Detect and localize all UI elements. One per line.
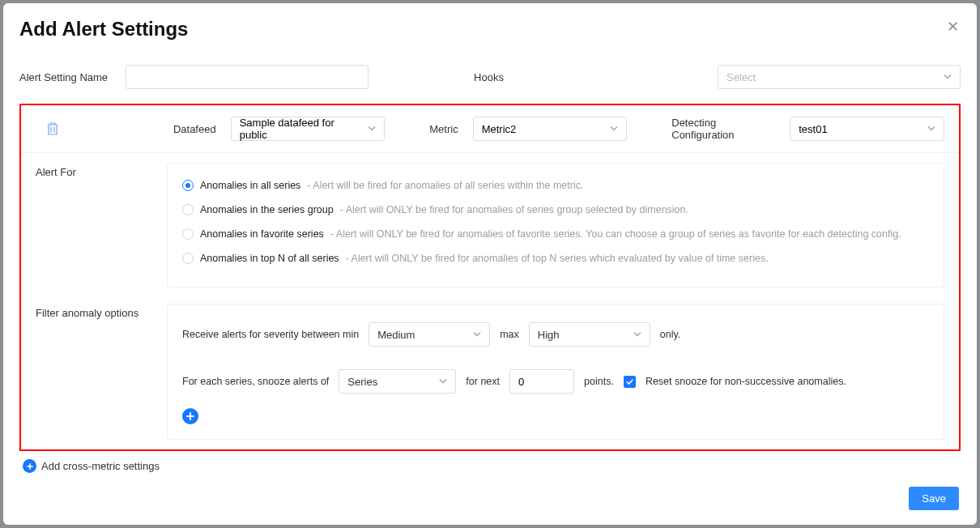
chevron-down-icon [368, 123, 376, 135]
chevron-down-icon [927, 123, 935, 135]
alert-for-label: Alert For [36, 163, 167, 287]
detect-config-select[interactable]: test01 [790, 117, 944, 141]
datafeed-select[interactable]: Sample datafeed for public [231, 117, 386, 141]
alert-for-option[interactable]: Anomalies in top N of all series - Alert… [182, 253, 929, 264]
snooze-pre: For each series, snooze alerts of [182, 376, 329, 387]
metric-value: Metric2 [482, 123, 517, 135]
top-form: Alert Setting Name Hooks Select [19, 65, 961, 89]
alert-for-option[interactable]: Anomalies in favorite series - Alert wil… [182, 228, 929, 240]
save-button[interactable]: Save [909, 487, 959, 510]
option-title: Anomalies in top N of all series [200, 253, 339, 264]
severity-mid: max [500, 329, 519, 340]
datafeed-value: Sample datafeed for public [240, 117, 362, 141]
alert-for-options: Anomalies in all series - Alert will be … [167, 163, 944, 287]
filter-section: Filter anomaly options Receive alerts fo… [21, 287, 959, 440]
snooze-scope-value: Series [347, 376, 377, 388]
close-icon[interactable]: ✕ [947, 18, 959, 36]
add-cross-metric-link[interactable]: Add cross-metric settings [23, 459, 160, 473]
alert-name-label: Alert Setting Name [19, 71, 108, 83]
modal-title: Add Alert Settings [19, 18, 961, 40]
severity-min-select[interactable]: Medium [369, 322, 490, 347]
severity-row: Receive alerts for severity between min … [182, 322, 929, 347]
chevron-down-icon [944, 71, 952, 83]
option-desc: - Alert will ONLY be fired for anomalies… [346, 253, 769, 264]
chevron-down-icon [633, 329, 641, 341]
reset-snooze-checkbox[interactable] [624, 376, 636, 388]
severity-min-value: Medium [377, 329, 415, 341]
severity-pre: Receive alerts for severity between min [182, 329, 359, 340]
snooze-points-input[interactable] [509, 369, 574, 394]
metric-select[interactable]: Metric2 [473, 117, 628, 141]
metric-label: Metric [429, 123, 458, 135]
option-desc: - Alert will ONLY be fired for anomalies… [340, 204, 688, 215]
radio-icon [182, 228, 194, 240]
add-filter-button[interactable] [182, 408, 198, 424]
detect-config-value: test01 [799, 123, 827, 135]
radio-icon [182, 180, 194, 191]
chevron-down-icon [473, 329, 481, 341]
alert-for-option[interactable]: Anomalies in all series - Alert will be … [182, 180, 929, 191]
hooks-placeholder: Select [726, 71, 756, 83]
detect-config-label: Detecting Configuration [671, 117, 775, 141]
option-desc: - Alert will ONLY be fired for anomalies… [330, 228, 901, 240]
option-title: Anomalies in the series group [200, 204, 334, 215]
metric-settings-panel: Datafeed Sample datafeed for public Metr… [19, 104, 961, 451]
radio-icon [182, 204, 194, 215]
chevron-down-icon [610, 123, 618, 135]
snooze-scope-select[interactable]: Series [339, 369, 456, 394]
severity-max-select[interactable]: High [529, 322, 650, 347]
radio-icon [182, 253, 194, 264]
plus-icon [23, 459, 36, 473]
alert-name-input[interactable] [126, 65, 369, 89]
cross-metric-label: Add cross-metric settings [41, 460, 160, 472]
reset-snooze-label: Reset snooze for non-successive anomalie… [646, 376, 846, 387]
config-row: Datafeed Sample datafeed for public Metr… [21, 105, 959, 153]
severity-post: only. [660, 329, 680, 340]
snooze-mid: for next [466, 376, 500, 387]
snooze-post: points. [584, 376, 614, 387]
option-title: Anomalies in all series [200, 180, 300, 191]
snooze-row: For each series, snooze alerts of Series… [182, 369, 929, 394]
chevron-down-icon [439, 376, 447, 388]
option-title: Anomalies in favorite series [200, 228, 324, 240]
severity-max-value: High [538, 329, 560, 341]
datafeed-label: Datafeed [173, 123, 216, 135]
filter-label: Filter anomaly options [36, 304, 167, 440]
trash-icon[interactable] [37, 121, 68, 136]
hooks-select[interactable]: Select [718, 65, 961, 89]
option-desc: - Alert will be fired for anomalies of a… [307, 180, 583, 191]
modal: Add Alert Settings ✕ Alert Setting Name … [3, 3, 977, 525]
alert-for-option[interactable]: Anomalies in the series group - Alert wi… [182, 204, 929, 215]
alert-for-section: Alert For Anomalies in all series - Aler… [21, 153, 959, 287]
filter-card: Receive alerts for severity between min … [167, 304, 944, 440]
hooks-label: Hooks [474, 71, 504, 83]
